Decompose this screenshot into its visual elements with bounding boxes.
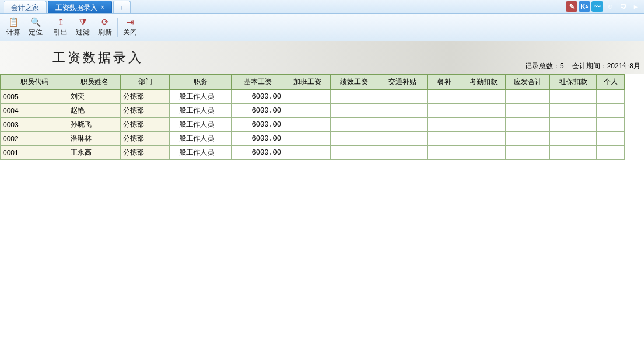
table-row[interactable]: 0001王永高分拣部一般工作人员6000.00 <box>1 146 625 160</box>
column-header[interactable]: 个人 <box>597 75 625 90</box>
cell[interactable] <box>506 132 550 146</box>
column-header[interactable]: 绩效工资 <box>331 75 377 90</box>
cell[interactable]: 一般工作人员 <box>170 118 232 132</box>
toolbar-过滤-button[interactable]: ⧩过滤 <box>72 15 94 40</box>
cell[interactable]: 刘奕 <box>68 90 121 104</box>
cell[interactable]: 6000.00 <box>232 90 284 104</box>
cell[interactable] <box>550 132 597 146</box>
cell[interactable]: 一般工作人员 <box>170 146 232 160</box>
cell[interactable]: 6000.00 <box>232 132 284 146</box>
cell[interactable]: 分拣部 <box>121 104 170 118</box>
tray-wave-icon[interactable]: 〰 <box>592 1 603 12</box>
column-header[interactable]: 职员代码 <box>1 75 68 90</box>
cell[interactable]: 0001 <box>1 146 68 160</box>
cell[interactable] <box>461 104 506 118</box>
cell[interactable]: 0002 <box>1 132 68 146</box>
cell[interactable] <box>597 132 625 146</box>
cell[interactable] <box>550 104 597 118</box>
cell[interactable] <box>377 90 428 104</box>
cell[interactable] <box>284 132 331 146</box>
cell[interactable] <box>550 146 597 160</box>
grid-scroll[interactable]: 职员代码职员姓名部门职务基本工资加班工资绩效工资交通补贴餐补考勤扣款应发合计社保… <box>0 74 644 353</box>
cell[interactable]: 孙晓飞 <box>68 118 121 132</box>
tray-more-icon[interactable]: ▸ <box>630 1 642 12</box>
cell[interactable]: 0004 <box>1 104 68 118</box>
cell[interactable] <box>506 104 550 118</box>
cell[interactable] <box>377 104 428 118</box>
toolbar-引出-button[interactable]: ↥引出 <box>50 15 72 40</box>
toolbar-定位-button[interactable]: 🔍定位 <box>24 15 47 40</box>
cell[interactable]: 王永高 <box>68 146 121 160</box>
column-header[interactable]: 应发合计 <box>506 75 550 90</box>
cell[interactable] <box>550 118 597 132</box>
tab-active[interactable]: 工资数据录入 × <box>48 1 112 13</box>
cell[interactable] <box>597 104 625 118</box>
cell[interactable] <box>428 90 461 104</box>
tray-note-icon[interactable]: 🗨 <box>617 1 629 12</box>
cell[interactable] <box>377 146 428 160</box>
column-header[interactable]: 加班工资 <box>284 75 331 90</box>
toolbar-关闭-button[interactable]: ⇥关闭 <box>119 15 141 40</box>
cell[interactable]: 一般工作人员 <box>170 104 232 118</box>
tray-ka-icon[interactable]: KA <box>579 1 590 12</box>
table-row[interactable]: 0003孙晓飞分拣部一般工作人员6000.00 <box>1 118 625 132</box>
cell[interactable] <box>428 104 461 118</box>
cell[interactable] <box>550 90 597 104</box>
cell[interactable] <box>506 118 550 132</box>
cell[interactable] <box>284 118 331 132</box>
toolbar-刷新-button[interactable]: ⟳刷新 <box>94 15 116 40</box>
cell[interactable]: 分拣部 <box>121 118 170 132</box>
cell[interactable]: 分拣部 <box>121 132 170 146</box>
cell[interactable] <box>461 118 506 132</box>
cell[interactable] <box>428 146 461 160</box>
column-header[interactable]: 职员姓名 <box>68 75 121 90</box>
tray-smile-icon[interactable]: ☺ <box>604 1 616 12</box>
cell[interactable]: 分拣部 <box>121 90 170 104</box>
cell[interactable] <box>284 90 331 104</box>
cell[interactable] <box>331 146 377 160</box>
table-row[interactable]: 0004赵艳分拣部一般工作人员6000.00 <box>1 104 625 118</box>
column-header[interactable]: 餐补 <box>428 75 461 90</box>
cell[interactable]: 6000.00 <box>232 146 284 160</box>
tray-app-icon[interactable]: ✎ <box>566 1 578 12</box>
column-header[interactable]: 交通补贴 <box>377 75 428 90</box>
cell[interactable] <box>461 90 506 104</box>
column-header[interactable]: 部门 <box>121 75 170 90</box>
table-row[interactable]: 0005刘奕分拣部一般工作人员6000.00 <box>1 90 625 104</box>
tab-home[interactable]: 会计之家 <box>4 1 47 13</box>
cell[interactable] <box>428 118 461 132</box>
cell[interactable] <box>331 90 377 104</box>
cell[interactable]: 一般工作人员 <box>170 132 232 146</box>
column-header[interactable]: 职务 <box>170 75 232 90</box>
cell[interactable] <box>428 132 461 146</box>
cell[interactable]: 0005 <box>1 90 68 104</box>
cell[interactable]: 分拣部 <box>121 146 170 160</box>
cell[interactable] <box>506 146 550 160</box>
column-header[interactable]: 基本工资 <box>232 75 284 90</box>
cell[interactable] <box>597 146 625 160</box>
cell[interactable]: 6000.00 <box>232 104 284 118</box>
cell[interactable] <box>461 146 506 160</box>
column-header[interactable]: 考勤扣款 <box>461 75 506 90</box>
cell[interactable] <box>597 118 625 132</box>
cell[interactable]: 6000.00 <box>232 118 284 132</box>
tab-new[interactable]: ＋ <box>113 1 131 13</box>
cell[interactable]: 潘琳林 <box>68 132 121 146</box>
cell[interactable] <box>377 118 428 132</box>
cell[interactable] <box>284 146 331 160</box>
close-icon[interactable]: × <box>101 1 104 14</box>
cell[interactable] <box>377 132 428 146</box>
cell[interactable]: 0003 <box>1 118 68 132</box>
cell[interactable] <box>597 90 625 104</box>
cell[interactable] <box>331 118 377 132</box>
cell[interactable] <box>284 104 331 118</box>
toolbar-计算-button[interactable]: 📋计算 <box>2 15 24 40</box>
cell[interactable]: 一般工作人员 <box>170 90 232 104</box>
cell[interactable]: 赵艳 <box>68 104 121 118</box>
cell[interactable] <box>331 132 377 146</box>
table-row[interactable]: 0002潘琳林分拣部一般工作人员6000.00 <box>1 132 625 146</box>
column-header[interactable]: 社保扣款 <box>550 75 597 90</box>
cell[interactable] <box>331 104 377 118</box>
cell[interactable] <box>506 90 550 104</box>
cell[interactable] <box>461 132 506 146</box>
